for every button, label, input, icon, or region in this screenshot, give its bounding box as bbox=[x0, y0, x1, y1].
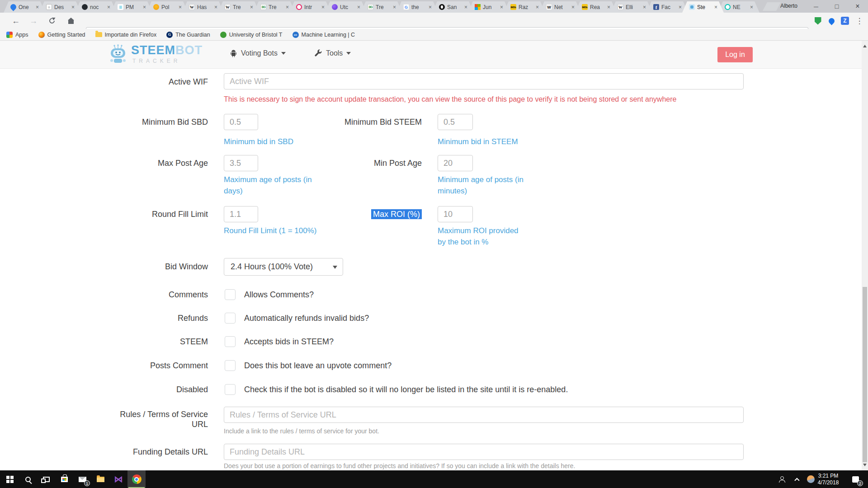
new-tab-button[interactable] bbox=[763, 2, 781, 11]
tab-close-icon[interactable] bbox=[393, 4, 396, 10]
tab-close-icon[interactable] bbox=[143, 4, 146, 10]
login-button[interactable]: Log in bbox=[717, 47, 753, 62]
bookmark-guardian[interactable]: The Guardian bbox=[166, 32, 210, 38]
tab-close-icon[interactable] bbox=[321, 4, 325, 10]
window-maximize-button[interactable] bbox=[826, 0, 847, 13]
forward-button[interactable] bbox=[28, 15, 39, 27]
min-bid-steem-input[interactable] bbox=[438, 114, 473, 130]
tab-close-icon[interactable] bbox=[464, 4, 467, 10]
mail-button[interactable]: 1 bbox=[73, 470, 91, 488]
bookmark-apps[interactable]: Apps bbox=[6, 32, 28, 38]
pin-extension-icon[interactable] bbox=[826, 16, 836, 26]
visual-studio-button[interactable] bbox=[109, 470, 127, 488]
browser-tab[interactable]: Rea bbox=[575, 1, 617, 13]
taskbar-clock[interactable]: 3:21 PM 4/7/2018 bbox=[814, 473, 843, 486]
shield-extension-icon[interactable] bbox=[813, 16, 823, 26]
max-roi-input[interactable] bbox=[438, 206, 473, 222]
browser-tab[interactable]: Net bbox=[539, 1, 581, 13]
browser-profile-name[interactable]: Alberto bbox=[780, 3, 797, 9]
back-button[interactable] bbox=[10, 15, 22, 27]
bookmark-coursera[interactable]: Machine Learning | C bbox=[292, 32, 355, 38]
scroll-up-icon[interactable] bbox=[863, 43, 867, 47]
task-view-button[interactable] bbox=[37, 470, 55, 488]
browser-tab-active[interactable]: Ste bbox=[682, 1, 724, 13]
nav-tools[interactable]: Tools bbox=[314, 49, 351, 57]
browser-tab[interactable]: Tre bbox=[218, 1, 259, 13]
tray-expand-button[interactable] bbox=[791, 470, 805, 488]
funding-url-input[interactable] bbox=[224, 444, 744, 460]
home-button[interactable] bbox=[65, 15, 77, 27]
tab-close-icon[interactable] bbox=[179, 4, 182, 10]
microsoft-store-button[interactable] bbox=[55, 470, 73, 488]
google-icon bbox=[403, 4, 409, 10]
bookmark-bristol[interactable]: University of Bristol T bbox=[220, 32, 283, 38]
round-fill-limit-input[interactable] bbox=[224, 206, 258, 222]
page-scrollbar[interactable] bbox=[862, 41, 868, 470]
browser-tab[interactable]: PM bbox=[111, 1, 152, 13]
refunds-checkbox[interactable] bbox=[225, 313, 236, 324]
scrollbar-thumb[interactable] bbox=[863, 287, 867, 462]
browser-tab[interactable]: Jun bbox=[468, 1, 509, 13]
max-roi-label: Max ROI (%) bbox=[294, 209, 422, 219]
window-minimize-button[interactable] bbox=[806, 0, 826, 13]
tab-close-icon[interactable] bbox=[500, 4, 503, 10]
disabled-checkbox[interactable] bbox=[225, 384, 236, 395]
browser-tab[interactable]: San bbox=[432, 1, 474, 13]
imdb-icon bbox=[510, 4, 516, 10]
taskbar-search-button[interactable] bbox=[19, 470, 37, 488]
browser-tab[interactable]: Tre bbox=[361, 1, 402, 13]
tab-close-icon[interactable] bbox=[357, 4, 360, 10]
bid-window-select[interactable]: 2.4 Hours (100% Vote) bbox=[224, 258, 343, 276]
tab-close-icon[interactable] bbox=[71, 4, 75, 10]
tab-close-icon[interactable] bbox=[286, 4, 289, 10]
file-explorer-button[interactable] bbox=[91, 470, 109, 488]
browser-tab[interactable]: the bbox=[396, 1, 438, 13]
tab-close-icon[interactable] bbox=[607, 4, 610, 10]
nav-voting-bots[interactable]: Voting Bots bbox=[230, 49, 286, 57]
rules-url-input[interactable] bbox=[224, 407, 744, 423]
tab-close-icon[interactable] bbox=[750, 4, 753, 10]
tab-close-icon[interactable] bbox=[643, 4, 646, 10]
browser-tab[interactable]: Intr bbox=[289, 1, 331, 13]
tab-close-icon[interactable] bbox=[36, 4, 39, 10]
bookmark-getting-started[interactable]: Getting Started bbox=[38, 32, 85, 38]
min-bid-sbd-input[interactable] bbox=[224, 114, 258, 130]
action-center-button[interactable]: 2 bbox=[846, 470, 864, 488]
bookmarks-bar: Apps Getting Started Importate din Firef… bbox=[0, 29, 868, 41]
browser-tab[interactable]: Elli bbox=[611, 1, 652, 13]
scroll-down-icon[interactable] bbox=[863, 464, 867, 468]
start-button[interactable] bbox=[1, 470, 19, 488]
browser-tab[interactable]: Utc bbox=[325, 1, 367, 13]
comments-checkbox[interactable] bbox=[225, 289, 236, 300]
tab-close-icon[interactable] bbox=[679, 4, 682, 10]
browser-tab[interactable]: noc bbox=[75, 1, 117, 13]
brand-title[interactable]: STEEMBOT bbox=[131, 43, 203, 57]
browser-tab[interactable]: NE bbox=[718, 1, 760, 13]
max-post-age-input[interactable] bbox=[224, 155, 258, 171]
z-extension-icon[interactable]: Z bbox=[840, 16, 850, 26]
tab-close-icon[interactable] bbox=[714, 4, 717, 10]
reload-button[interactable] bbox=[46, 15, 58, 27]
browser-tab[interactable]: Pol bbox=[146, 1, 188, 13]
browser-tab[interactable]: Fac bbox=[646, 1, 688, 13]
steem-checkbox[interactable] bbox=[225, 336, 236, 347]
chrome-button[interactable] bbox=[127, 470, 146, 488]
tab-close-icon[interactable] bbox=[429, 4, 432, 10]
active-wif-input[interactable] bbox=[224, 73, 744, 89]
window-close-button[interactable] bbox=[847, 0, 868, 13]
browser-menu-icon[interactable] bbox=[854, 16, 864, 26]
browser-tab[interactable]: Tre bbox=[254, 1, 295, 13]
posts-comment-checkbox[interactable] bbox=[225, 360, 236, 371]
tab-close-icon[interactable] bbox=[107, 4, 110, 10]
tab-close-icon[interactable] bbox=[250, 4, 253, 10]
bookmark-folder-imported[interactable]: Importate din Firefox bbox=[95, 32, 157, 38]
people-button[interactable] bbox=[774, 470, 789, 488]
tab-close-icon[interactable] bbox=[214, 4, 217, 10]
browser-tab[interactable]: Raz bbox=[504, 1, 545, 13]
tab-close-icon[interactable] bbox=[536, 4, 539, 10]
browser-tab[interactable]: Has bbox=[182, 1, 224, 13]
min-post-age-input[interactable] bbox=[438, 155, 473, 171]
browser-tab[interactable]: One bbox=[4, 1, 45, 13]
browser-tab[interactable]: Des bbox=[39, 1, 81, 13]
tab-close-icon[interactable] bbox=[571, 4, 575, 10]
